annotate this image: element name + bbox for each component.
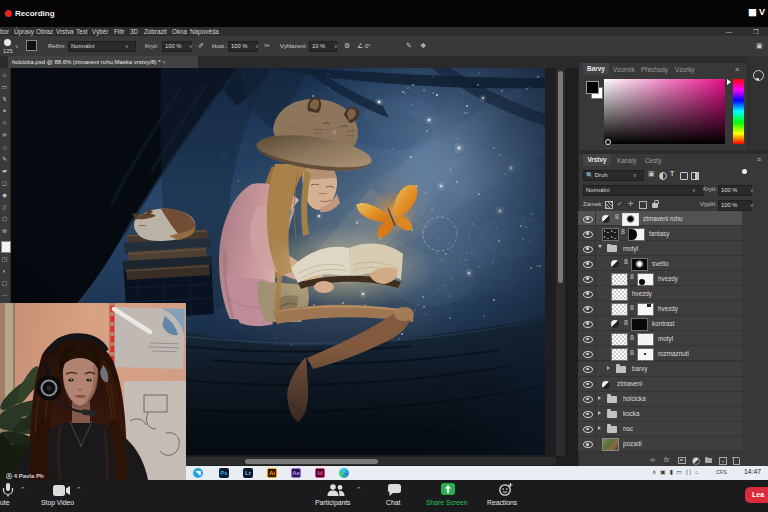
svg-text:Ⓐ 4 Pavla Ph: Ⓐ 4 Pavla Ph	[6, 472, 44, 480]
